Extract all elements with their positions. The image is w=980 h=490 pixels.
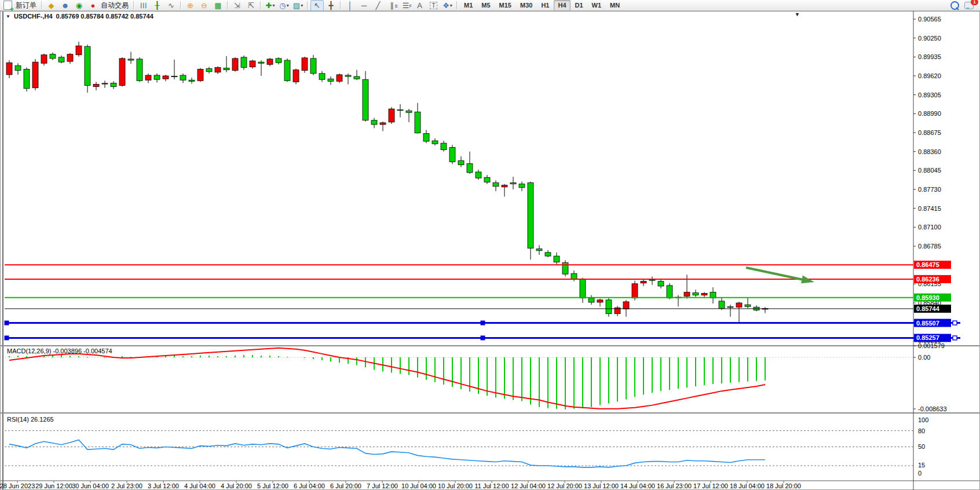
dropdown-arrow-icon: ▾ xyxy=(287,1,289,10)
fibonacci-button[interactable]: ☰F xyxy=(399,0,412,11)
timeframe-m15[interactable]: M15 xyxy=(495,0,515,11)
vertical-line-button[interactable]: │ xyxy=(343,0,357,11)
search-button[interactable] xyxy=(948,0,961,11)
window-frame xyxy=(1,12,980,490)
candle-body xyxy=(302,58,308,71)
candle-body xyxy=(467,163,473,173)
candle-body xyxy=(258,62,264,63)
periods-button[interactable]: ◷▾ xyxy=(277,0,291,11)
timeframe-m1[interactable]: M1 xyxy=(460,0,477,11)
new-order-button[interactable] xyxy=(1,0,14,11)
timeframe-h4[interactable]: H4 xyxy=(554,0,570,11)
timeframe-d1[interactable]: D1 xyxy=(571,0,587,11)
svg-text:-0.008633: -0.008633 xyxy=(918,405,947,412)
candlestick-chart-button[interactable]: ╂ xyxy=(151,0,164,11)
chart-shift-button[interactable]: ⇱ xyxy=(244,0,258,11)
indicators-button[interactable]: ✚▾ xyxy=(264,0,277,11)
arrow-annotation[interactable] xyxy=(746,268,814,283)
candle-body xyxy=(145,75,151,80)
zoom-in-button[interactable]: ⊕ xyxy=(184,0,197,11)
line-chart-button[interactable]: ∿ xyxy=(164,0,178,11)
line-handle[interactable] xyxy=(5,321,9,325)
candle-body xyxy=(406,111,412,112)
candle-body xyxy=(632,284,638,298)
time-label: 4 Jul 20:00 xyxy=(221,482,252,489)
time-label: 18 Jul 04:00 xyxy=(730,482,765,489)
line-handle[interactable] xyxy=(481,321,485,325)
candle-body xyxy=(693,292,699,295)
svg-text:0.85744: 0.85744 xyxy=(916,305,940,312)
candle-body xyxy=(449,147,455,162)
market-watch-button[interactable]: ◆ xyxy=(45,0,58,11)
timeframe-w1[interactable]: W1 xyxy=(588,0,606,11)
candle-body xyxy=(580,280,586,298)
toolbar-separator xyxy=(227,1,228,9)
line-handle[interactable] xyxy=(953,321,957,325)
arrows-tool-button[interactable]: ❖▾ xyxy=(441,0,454,11)
new-order-label[interactable]: 新订单 xyxy=(15,1,39,10)
price-lines-layer[interactable]: 0.864750.862360.859300.857440.855070.852… xyxy=(5,261,960,342)
zoom-out-button[interactable]: ⊖ xyxy=(198,0,211,11)
horizontal-line-button[interactable]: ─ xyxy=(357,0,371,11)
candle-body xyxy=(423,134,429,141)
svg-text:0.87100: 0.87100 xyxy=(918,224,941,231)
text-label-button[interactable]: T xyxy=(427,0,440,11)
templates-button[interactable]: ▨▾ xyxy=(291,0,305,11)
autotrading-label[interactable]: 自动交易 xyxy=(100,1,131,10)
bar-chart-button[interactable]: ☰ xyxy=(137,0,150,11)
candle-body xyxy=(119,58,125,86)
crosshair-button[interactable]: ╋ xyxy=(324,0,338,11)
svg-text:0.89620: 0.89620 xyxy=(918,72,941,79)
rsi-line xyxy=(9,440,765,467)
timeframe-h1[interactable]: H1 xyxy=(537,0,553,11)
candle-body xyxy=(441,143,447,149)
time-axis[interactable]: 28 Jun 202329 Jun 12:0030 Jun 04:002 Jul… xyxy=(0,481,801,489)
autotrading-button[interactable]: ● xyxy=(86,0,100,11)
profile-button[interactable]: ☻ xyxy=(58,0,72,11)
timeframe-m5[interactable]: M5 xyxy=(477,0,494,11)
line-handle[interactable] xyxy=(953,336,957,340)
candle-body xyxy=(701,293,707,295)
candle-body xyxy=(380,123,386,125)
toolbar-separator xyxy=(180,1,181,9)
text-button[interactable]: A xyxy=(413,0,426,11)
line-handle[interactable] xyxy=(5,336,9,340)
candle-body xyxy=(102,83,108,84)
auto-scroll-button[interactable]: ⇲ xyxy=(231,0,244,11)
vertical-line-icon: │ xyxy=(348,1,352,10)
time-label: 13 Jul 12:00 xyxy=(584,482,619,489)
tile-windows-button[interactable]: ▦ xyxy=(211,0,225,11)
svg-text:0.86236: 0.86236 xyxy=(916,276,939,283)
chat-button[interactable]: 1 xyxy=(962,0,975,11)
signals-button[interactable]: ◉ xyxy=(72,0,86,11)
pane-separators xyxy=(1,11,979,490)
new-order-icon xyxy=(3,1,12,10)
toolbar-separator xyxy=(41,1,42,9)
equidistant-channel-button[interactable]: ∥E xyxy=(385,0,398,11)
trendline-button[interactable]: ╱ xyxy=(371,0,385,11)
time-label: 30 Jun 04:00 xyxy=(72,482,109,489)
timeframe-m30[interactable]: M30 xyxy=(516,0,536,11)
time-label: 2 Jul 23:00 xyxy=(111,482,142,489)
window-menu-marker-icon[interactable]: ▼ xyxy=(795,12,800,17)
time-label: 6 Jul 04:00 xyxy=(294,482,325,489)
candle-body xyxy=(545,253,551,256)
candle-body xyxy=(641,281,646,283)
candle-body xyxy=(58,57,64,62)
time-label: 18 Jul 20:00 xyxy=(766,482,801,489)
svg-text:0.87730: 0.87730 xyxy=(918,186,941,193)
template-icon: ▨ xyxy=(293,1,300,10)
svg-text:80: 80 xyxy=(918,427,925,434)
chart-canvas[interactable]: 0.905650.902500.899350.896200.893050.889… xyxy=(0,0,980,490)
candle-body xyxy=(241,57,247,68)
cursor-button[interactable]: ↖ xyxy=(310,0,324,11)
text-label-icon: T xyxy=(430,2,437,9)
candle-body xyxy=(528,183,533,248)
line-handle[interactable] xyxy=(481,336,485,340)
timeframe-mn[interactable]: MN xyxy=(606,0,624,11)
candle-body xyxy=(354,76,360,79)
svg-text:0.90250: 0.90250 xyxy=(918,35,941,42)
candle-body xyxy=(371,120,377,125)
chart-menu-triangle-icon[interactable]: ▼ xyxy=(6,14,10,19)
candle-body xyxy=(189,80,195,81)
